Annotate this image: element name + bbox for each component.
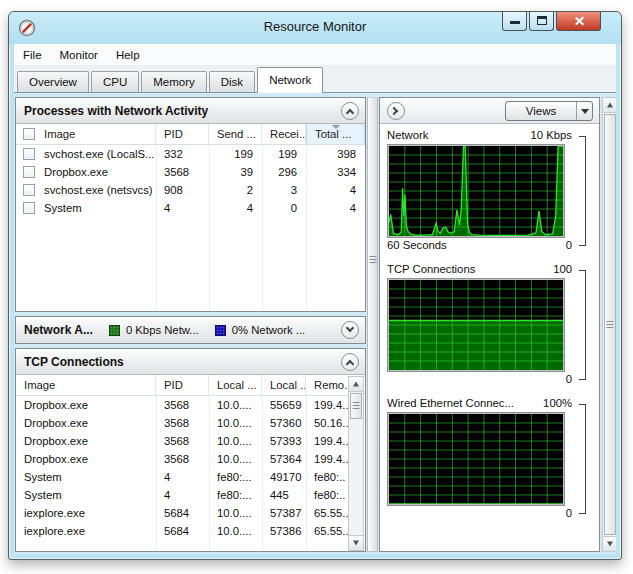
column-header-local-port[interactable]: Local ... (262, 375, 306, 395)
column-header-image[interactable]: Image (16, 375, 156, 395)
processes-panel: Processes with Network Activity Image PI… (15, 97, 366, 312)
chart-title: TCP Connections (387, 262, 475, 278)
tab-overview[interactable]: Overview (17, 71, 89, 92)
table-row[interactable]: Dropbox.exe3568 10.0....57360 50.16.. (16, 414, 348, 432)
network-tab-content: Processes with Network Activity Image PI… (14, 93, 616, 554)
tab-memory[interactable]: Memory (141, 71, 207, 92)
table-row[interactable]: svchost.exe (netsvcs) 908 2 3 4 (16, 181, 365, 199)
scrollbar-thumb[interactable] (350, 393, 362, 419)
table-row[interactable]: svchost.exe (LocalS... 332 199 199 398 (16, 145, 365, 163)
column-header-total[interactable]: Total ... (306, 124, 365, 144)
tcp-collapse-button[interactable] (341, 353, 359, 371)
table-row[interactable]: System4 fe80:...445 fe80:.. (16, 486, 348, 504)
processes-table-body: svchost.exe (LocalS... 332 199 199 398 D… (16, 145, 365, 311)
table-row[interactable]: System 4 4 0 4 (16, 199, 365, 217)
pane-splitter[interactable] (367, 97, 378, 552)
maximize-icon (537, 16, 547, 25)
menu-monitor[interactable]: Monitor (51, 49, 107, 61)
chevron-right-icon (390, 107, 398, 115)
column-header-image[interactable]: Image (16, 124, 156, 144)
scroll-up-button[interactable] (349, 377, 363, 392)
table-row[interactable]: iexplore.exe5684 10.0....57387 65.55.. (16, 504, 348, 522)
network-activity-panel: Network A... 0 Kbps Netw... 0% Network .… (15, 316, 366, 344)
column-header-remote-address[interactable]: Remo. (306, 375, 348, 395)
network-activity-expand-button[interactable] (341, 321, 359, 339)
legend-network-utilization: 0% Network ... (215, 324, 305, 336)
tabstrip: Overview CPU Memory Disk Network (14, 66, 616, 93)
titlebar[interactable]: Resource Monitor (9, 12, 621, 44)
tab-network[interactable]: Network (257, 67, 323, 93)
select-all-checkbox[interactable] (23, 128, 35, 140)
column-header-pid[interactable]: PID (156, 124, 209, 144)
scroll-up-button[interactable] (603, 98, 616, 113)
triangle-down-icon (353, 541, 359, 546)
column-header-local-address[interactable]: Local ... (209, 375, 262, 395)
tcp-table-header: Image PID Local ... Local ... Remo. (16, 375, 348, 396)
scrollbar-thumb[interactable] (604, 114, 616, 535)
tab-cpu[interactable]: CPU (91, 71, 139, 92)
processes-collapse-button[interactable] (341, 102, 359, 120)
minimize-icon (510, 21, 520, 24)
scale-bracket (579, 136, 586, 246)
tcp-table-scrollbar[interactable] (348, 376, 364, 551)
row-checkbox[interactable] (23, 148, 35, 160)
collapse-charts-pane-button[interactable] (387, 102, 405, 120)
table-row[interactable]: Dropbox.exe3568 10.0....57364 199.4.. (16, 450, 348, 468)
chart-title: Wired Ethernet Connec... (387, 396, 514, 412)
chart-scale-label: 100 (553, 262, 572, 278)
table-row[interactable]: Dropbox.exe3568 10.0....57393 199.4.. (16, 432, 348, 450)
table-row[interactable]: System4 fe80:...49170 fe80:.. (16, 468, 348, 486)
row-checkbox[interactable] (23, 202, 35, 214)
tcp-panel-header[interactable]: TCP Connections (16, 349, 365, 375)
tcp-chart-block: TCP Connections 100 0 (387, 262, 587, 387)
processes-panel-header[interactable]: Processes with Network Activity (16, 98, 365, 124)
scale-bracket (579, 404, 586, 514)
tcp-connections-panel: TCP Connections Image PID Local ... Loca… (15, 348, 366, 552)
column-header-receive[interactable]: Recei... (262, 124, 306, 144)
chart-scale-label: 10 Kbps (531, 128, 572, 144)
row-checkbox[interactable] (23, 166, 35, 178)
chart-scale-label: 100% (543, 396, 572, 412)
views-button[interactable]: Views (505, 101, 593, 121)
scroll-down-button[interactable] (349, 535, 363, 550)
scroll-down-button[interactable] (603, 536, 616, 551)
chevron-up-icon (346, 360, 354, 368)
grip-icon (369, 256, 376, 264)
charts-toolbar: Views (380, 98, 599, 124)
table-row[interactable]: iexplore.exe5684 10.0....57386 65.55.. (16, 522, 348, 540)
close-icon (573, 16, 584, 27)
table-row[interactable]: Dropbox.exe 3568 39 296 334 (16, 163, 365, 181)
sort-descending-icon (332, 125, 340, 129)
charts-pane-scrollbar[interactable] (602, 97, 616, 552)
column-header-pid[interactable]: PID (156, 375, 209, 395)
grip-icon (607, 321, 614, 329)
chart-min-label: 0 (566, 506, 572, 521)
tcp-connections-graph (387, 278, 565, 372)
chart-title: Network (387, 128, 428, 144)
triangle-up-icon (607, 103, 613, 108)
processes-table-header: Image PID Send ... Recei... Total ... (16, 124, 365, 145)
row-checkbox[interactable] (23, 184, 35, 196)
table-row[interactable]: Dropbox.exe3568 10.0....55659 199.4.. (16, 396, 348, 414)
tab-disk[interactable]: Disk (209, 71, 255, 92)
triangle-up-icon (353, 382, 359, 387)
column-header-send[interactable]: Send ... (209, 124, 262, 144)
grip-icon (353, 402, 360, 410)
views-dropdown-arrow[interactable] (576, 102, 592, 120)
legend-network-io: 0 Kbps Netw... (109, 324, 199, 336)
network-chart-block: Network 10 Kbps 60 Seconds 0 (387, 128, 587, 253)
views-button-label: Views (506, 102, 576, 120)
menu-file[interactable]: File (14, 49, 51, 61)
menu-help[interactable]: Help (107, 49, 149, 61)
chevron-down-icon (346, 324, 354, 332)
tcp-panel-title: TCP Connections (16, 355, 124, 369)
network-activity-title: Network A... (16, 323, 93, 337)
network-usage-graph (387, 144, 565, 238)
minimize-button[interactable] (502, 12, 527, 31)
maximize-button[interactable] (529, 12, 554, 31)
charts-panel: Views Network 10 Kbps 60 Seconds 0 (379, 97, 600, 552)
network-activity-header[interactable]: Network A... 0 Kbps Netw... 0% Network .… (16, 317, 365, 343)
close-button[interactable] (556, 12, 601, 31)
resource-monitor-window: Resource Monitor File Monitor Help Overv… (8, 11, 622, 560)
blue-swatch-icon (215, 325, 226, 336)
